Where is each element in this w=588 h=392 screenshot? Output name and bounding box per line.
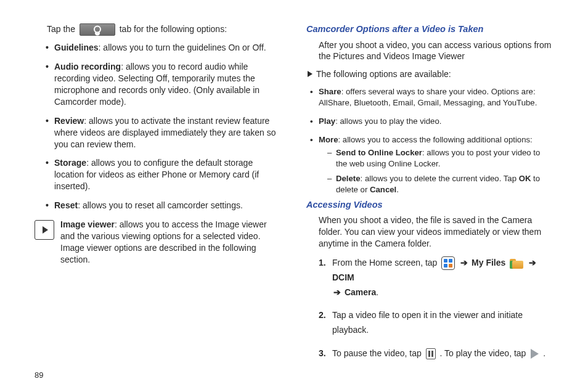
- opt-review: Review: allows you to activate the insta…: [54, 115, 282, 150]
- options-available-line: The following options are available:: [308, 68, 553, 80]
- left-options-list: Guidelines: allows you to turn the guide…: [47, 42, 282, 211]
- steps-list: From the Home screen, tap ➔ My Files ➔ D…: [319, 256, 553, 361]
- page-number: 89: [35, 370, 43, 381]
- opt-guidelines: Guidelines: allows you to turn the guide…: [54, 42, 282, 54]
- tap-post: tab for the following options:: [120, 24, 227, 34]
- opt-storage: Storage: allows you to configure the def…: [54, 157, 282, 192]
- arrow-icon: ➔: [460, 258, 468, 267]
- play-icon: [531, 349, 539, 359]
- heading-camcorder-options: Camcorder Options after a Video is Taken: [306, 23, 553, 36]
- arrow-icon: ➔: [529, 258, 536, 267]
- pause-icon: [426, 348, 436, 359]
- more-sublist: Send to Online Locker: allows you to pos…: [327, 147, 553, 195]
- heading-accessing-videos: Accessing Videos: [306, 199, 553, 211]
- opt-play: Play: allows you to play the video.: [319, 116, 553, 127]
- opt-share: Share: offers several ways to share your…: [319, 86, 553, 108]
- tap-line: Tap the tab for the following options:: [47, 23, 282, 36]
- apps-icon: [441, 256, 455, 270]
- right-options-list: Share: offers several ways to share your…: [311, 86, 553, 195]
- sub-send-online-locker: Send to Online Locker: allows you to pos…: [327, 147, 553, 169]
- step-1: From the Home screen, tap ➔ My Files ➔ D…: [319, 256, 553, 300]
- step-2: Tap a video file to open it in the viewe…: [319, 308, 553, 338]
- triangle-bullet-icon: [308, 71, 312, 77]
- folder-icon: [510, 259, 523, 269]
- camcorder-after-para: After you shoot a video, you can access …: [319, 39, 553, 63]
- accessing-videos-para: When you shoot a video, the file is save…: [319, 214, 553, 250]
- image-viewer-text: Image viewer: allows you to access the I…: [60, 219, 282, 266]
- opt-audio-recording: Audio recording: allows you to record au…: [54, 61, 282, 108]
- tap-pre: Tap the: [47, 24, 78, 34]
- arrow-icon: ➔: [333, 287, 341, 297]
- settings-tab-icon: [80, 23, 115, 36]
- step-3: To pause the video, tap . To play the vi…: [319, 346, 553, 361]
- sub-delete: Delete: allows you to delete the current…: [327, 173, 553, 195]
- opt-reset: Reset: allows you to reset all camcorder…: [54, 200, 282, 211]
- image-viewer-icon: [35, 220, 54, 240]
- opt-more: More: allows you to access the following…: [319, 134, 553, 195]
